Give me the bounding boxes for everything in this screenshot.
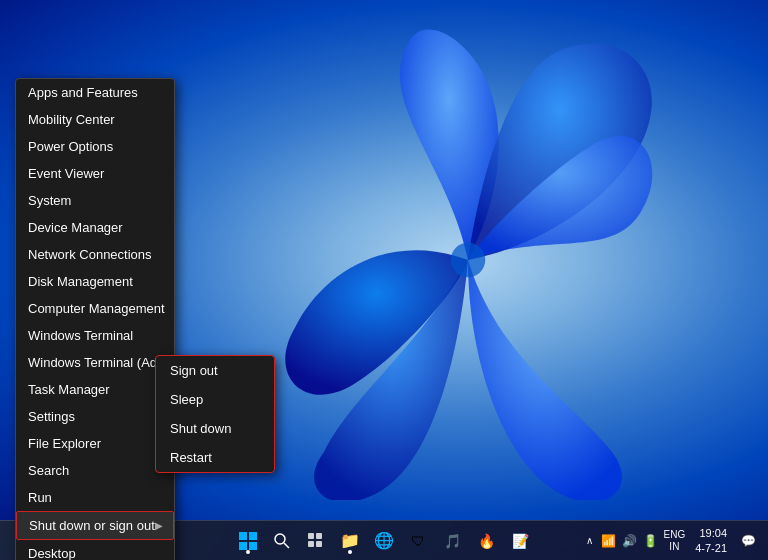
context-menu: Apps and Features Mobility Center Power … bbox=[15, 78, 175, 560]
volume-icon[interactable]: 🔊 bbox=[622, 534, 637, 548]
app1-button[interactable]: 🔥 bbox=[470, 525, 502, 557]
battery-icon[interactable]: 🔋 bbox=[643, 534, 658, 548]
media-button[interactable]: 🎵 bbox=[436, 525, 468, 557]
svg-rect-7 bbox=[308, 533, 314, 539]
menu-item-mobility-center[interactable]: Mobility Center bbox=[16, 106, 174, 133]
system-tray: ∧ 📶 🔊 🔋 ENG IN 19:04 4-7-21 💬 bbox=[584, 526, 760, 555]
menu-item-system[interactable]: System bbox=[16, 187, 174, 214]
svg-rect-10 bbox=[316, 541, 322, 547]
svg-rect-8 bbox=[316, 533, 322, 539]
clock-time: 19:04 bbox=[695, 526, 727, 540]
chevron-icon[interactable]: ∧ bbox=[584, 533, 595, 548]
menu-item-shutdown-signout[interactable]: Shut down or sign out ▶ bbox=[16, 511, 174, 540]
svg-line-6 bbox=[284, 543, 289, 548]
submenu-item-shut-down[interactable]: Shut down bbox=[156, 414, 274, 443]
menu-item-windows-terminal-admin[interactable]: Windows Terminal (Admin) bbox=[16, 349, 174, 376]
wallpaper-flower bbox=[268, 20, 668, 500]
menu-item-apps-and-features[interactable]: Apps and Features bbox=[16, 79, 174, 106]
clock-date: 4-7-21 bbox=[695, 541, 727, 555]
svg-rect-1 bbox=[239, 532, 247, 540]
start-button[interactable] bbox=[232, 525, 264, 557]
menu-item-computer-management[interactable]: Computer Management bbox=[16, 295, 174, 322]
language-indicator[interactable]: ENG IN bbox=[664, 529, 686, 553]
menu-item-device-manager[interactable]: Device Manager bbox=[16, 214, 174, 241]
store-button[interactable]: 🛡 bbox=[402, 525, 434, 557]
menu-item-desktop[interactable]: Desktop bbox=[16, 540, 174, 560]
svg-rect-9 bbox=[308, 541, 314, 547]
taskbar-center: 📁 🌐 🛡 🎵 🔥 📝 bbox=[232, 525, 536, 557]
submenu-item-sleep[interactable]: Sleep bbox=[156, 385, 274, 414]
menu-item-file-explorer[interactable]: File Explorer bbox=[16, 430, 174, 457]
desktop: Apps and Features Mobility Center Power … bbox=[0, 0, 768, 560]
notifications-icon[interactable]: 💬 bbox=[737, 532, 760, 550]
task-view-button[interactable] bbox=[300, 525, 332, 557]
app2-button[interactable]: 📝 bbox=[504, 525, 536, 557]
shutdown-submenu: Sign out Sleep Shut down Restart bbox=[155, 355, 275, 473]
svg-rect-3 bbox=[239, 542, 247, 550]
submenu-arrow-icon: ▶ bbox=[155, 520, 163, 531]
svg-rect-2 bbox=[249, 532, 257, 540]
system-clock[interactable]: 19:04 4-7-21 bbox=[691, 526, 731, 555]
taskbar-right: ∧ 📶 🔊 🔋 ENG IN 19:04 4-7-21 💬 bbox=[584, 526, 760, 555]
submenu-item-restart[interactable]: Restart bbox=[156, 443, 274, 472]
menu-item-windows-terminal[interactable]: Windows Terminal bbox=[16, 322, 174, 349]
region-label: IN bbox=[664, 541, 686, 553]
menu-item-task-manager[interactable]: Task Manager bbox=[16, 376, 174, 403]
network-icon[interactable]: 📶 bbox=[601, 534, 616, 548]
svg-point-0 bbox=[451, 243, 486, 278]
menu-item-search[interactable]: Search bbox=[16, 457, 174, 484]
menu-item-disk-management[interactable]: Disk Management bbox=[16, 268, 174, 295]
explorer-active-indicator bbox=[348, 550, 352, 554]
menu-item-event-viewer[interactable]: Event Viewer bbox=[16, 160, 174, 187]
start-active-indicator bbox=[246, 550, 250, 554]
menu-item-power-options[interactable]: Power Options bbox=[16, 133, 174, 160]
svg-point-5 bbox=[275, 534, 285, 544]
svg-rect-4 bbox=[249, 542, 257, 550]
language-label: ENG bbox=[664, 529, 686, 541]
menu-item-run[interactable]: Run bbox=[16, 484, 174, 511]
edge-button[interactable]: 🌐 bbox=[368, 525, 400, 557]
submenu-item-sign-out[interactable]: Sign out bbox=[156, 356, 274, 385]
search-button[interactable] bbox=[266, 525, 298, 557]
file-explorer-button[interactable]: 📁 bbox=[334, 525, 366, 557]
menu-item-settings[interactable]: Settings bbox=[16, 403, 174, 430]
menu-item-network-connections[interactable]: Network Connections bbox=[16, 241, 174, 268]
